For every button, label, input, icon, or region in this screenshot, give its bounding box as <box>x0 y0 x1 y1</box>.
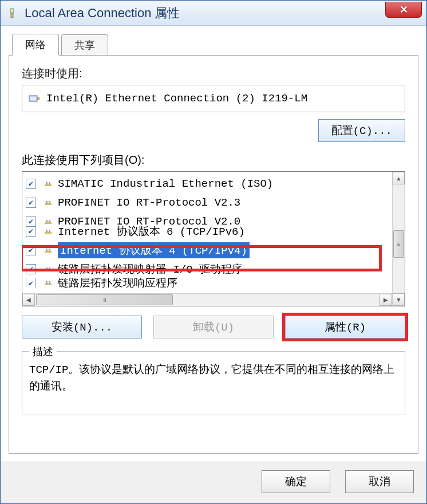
list-item-label: Internet 协议版本 6 (TCP/IPv6) <box>58 224 245 239</box>
adapter-display: Intel(R) Ethernet Connection (2) I219-LM <box>22 85 405 112</box>
svg-rect-16 <box>49 230 50 232</box>
protocol-icon <box>43 179 53 189</box>
uninstall-button: 卸载(U) <box>153 316 274 338</box>
svg-rect-15 <box>46 230 48 232</box>
ok-button[interactable]: 确定 <box>262 470 330 493</box>
svg-rect-14 <box>45 232 52 234</box>
protocol-icon <box>43 198 53 208</box>
svg-rect-9 <box>46 201 48 203</box>
list-item-label: Internet 协议版本 4 (TCP/IPv4) <box>58 242 250 258</box>
network-adapter-icon <box>28 92 41 105</box>
svg-rect-22 <box>49 267 50 270</box>
install-button[interactable]: 安装(N)... <box>22 316 142 338</box>
svg-rect-18 <box>46 249 48 251</box>
items-label: 此连接使用下列项目(O): <box>22 152 405 168</box>
properties-dialog: Local Area Connection 属性 ✕ 网络 共享 连接时使用: … <box>0 0 427 504</box>
client-area: 网络 共享 连接时使用: Intel(R) Ethernet Connectio… <box>1 26 426 462</box>
list-item[interactable]: ✔SIMATIC Industrial Ethernet (ISO) <box>25 174 390 193</box>
protocol-icon <box>43 226 53 237</box>
protocol-icon <box>43 278 53 288</box>
tab-page-network: 连接时使用: Intel(R) Ethernet Connection (2) … <box>9 55 418 454</box>
list-item[interactable]: ✔链路层拓扑发现响应程序 <box>25 278 390 288</box>
connection-items-listbox[interactable]: ✔SIMATIC Industrial Ethernet (ISO)✔PROFI… <box>22 171 405 306</box>
svg-rect-8 <box>45 203 52 205</box>
checkbox[interactable]: ✔ <box>26 245 36 255</box>
scroll-thumb-horizontal[interactable] <box>36 294 173 305</box>
checkbox[interactable]: ✔ <box>26 264 36 274</box>
svg-rect-19 <box>49 249 50 251</box>
svg-rect-25 <box>49 281 50 284</box>
scroll-track-horizontal[interactable] <box>35 294 379 306</box>
title-bar[interactable]: Local Area Connection 属性 ✕ <box>1 1 426 26</box>
connect-using-label: 连接时使用: <box>22 66 405 81</box>
tab-network[interactable]: 网络 <box>12 34 59 56</box>
svg-rect-21 <box>46 267 48 270</box>
list-item-label: SIMATIC Industrial Ethernet (ISO) <box>58 178 273 190</box>
horizontal-scrollbar[interactable]: ◀ ▶ <box>22 293 392 306</box>
cancel-button[interactable]: 取消 <box>345 470 414 493</box>
close-button[interactable]: ✕ <box>385 2 422 18</box>
description-group: 描述 TCP/IP。该协议是默认的广域网络协议，它提供在不同的相互连接的网络上的… <box>22 351 405 415</box>
protocol-icon <box>43 245 53 255</box>
scroll-up-button[interactable]: ▲ <box>393 172 405 184</box>
list-item[interactable]: ✔PROFINET IO RT-Protocol V2.3 <box>25 193 390 212</box>
dialog-footer: 确定 取消 <box>1 462 426 503</box>
list-item-label: 链路层拓扑发现映射器 I/O 驱动程序 <box>58 262 243 277</box>
list-item[interactable]: ✔Internet 协议版本 4 (TCP/IPv4) <box>25 241 390 259</box>
configure-button[interactable]: 配置(C)... <box>318 119 405 142</box>
item-button-row: 安装(N)... 卸载(U) 属性(R) <box>22 316 405 338</box>
svg-rect-0 <box>10 9 14 13</box>
svg-rect-24 <box>46 281 48 284</box>
adapter-name-text: Intel(R) Ethernet Connection (2) I219-LM <box>46 92 307 105</box>
svg-rect-1 <box>11 13 13 18</box>
svg-rect-6 <box>46 182 48 184</box>
properties-button[interactable]: 属性(R) <box>285 316 405 338</box>
svg-rect-20 <box>45 270 52 271</box>
svg-point-4 <box>37 97 39 100</box>
vertical-scrollbar[interactable]: ▲ ▼ <box>392 172 405 306</box>
list-item[interactable]: ✔Internet 协议版本 6 (TCP/IPv6) <box>25 222 390 241</box>
svg-rect-5 <box>45 184 52 186</box>
checkbox[interactable]: ✔ <box>26 226 36 237</box>
tab-sharing[interactable]: 共享 <box>61 34 108 56</box>
svg-rect-7 <box>49 182 50 184</box>
protocol-icon <box>43 264 53 274</box>
list-item-label: PROFINET IO RT-Protocol V2.3 <box>58 196 240 209</box>
list-item-label: 链路层拓扑发现响应程序 <box>58 278 177 288</box>
checkbox[interactable]: ✔ <box>26 198 36 208</box>
tab-strip: 网络 共享 <box>9 34 418 56</box>
svg-rect-10 <box>49 201 50 203</box>
scroll-left-button[interactable]: ◀ <box>22 294 35 306</box>
svg-rect-17 <box>45 251 52 253</box>
window-icon <box>5 6 19 20</box>
checkbox[interactable]: ✔ <box>26 278 36 288</box>
scroll-right-button[interactable]: ▶ <box>379 294 392 306</box>
scroll-down-button[interactable]: ▼ <box>393 293 405 306</box>
list-item[interactable]: ✔链路层拓扑发现映射器 I/O 驱动程序 <box>25 259 390 278</box>
description-text: TCP/IP。该协议是默认的广域网络协议，它提供在不同的相互连接的网络上的通讯。 <box>29 362 398 395</box>
scroll-thumb-vertical[interactable] <box>393 230 404 258</box>
checkbox[interactable]: ✔ <box>26 179 36 189</box>
description-legend: 描述 <box>29 345 57 359</box>
svg-rect-3 <box>30 97 36 100</box>
close-icon: ✕ <box>400 3 408 16</box>
svg-rect-23 <box>45 284 52 285</box>
scroll-track-vertical[interactable] <box>393 184 405 293</box>
window-title: Local Area Connection 属性 <box>25 5 180 22</box>
